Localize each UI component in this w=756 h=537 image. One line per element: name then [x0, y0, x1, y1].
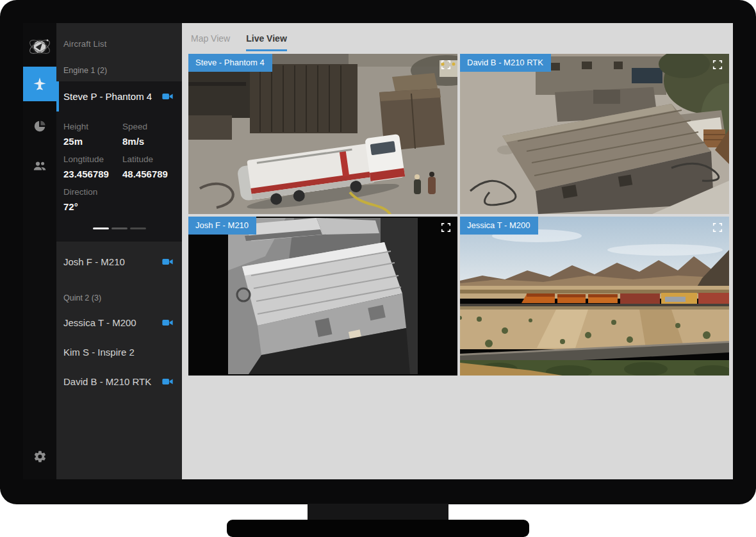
main-content: Map View Live View — [182, 23, 733, 479]
telemetry-label: Speed — [122, 122, 181, 131]
monitor-stand-base — [227, 520, 529, 537]
feed-image-desert-train — [460, 217, 729, 376]
fullscreen-icon[interactable] — [441, 222, 451, 233]
video-feed-david-m210rtk[interactable]: David B - M210 RTK — [460, 54, 729, 214]
nav-icon-rail — [23, 23, 56, 479]
app-window: Aircraft List Engine 1 (2) Steve P - Pha… — [23, 23, 733, 479]
group-label-quint2: Quint 2 (3) — [56, 293, 182, 302]
monitor-stand-neck — [308, 504, 448, 521]
video-feed-jessica-m200[interactable]: Jessica T - M200 — [460, 217, 729, 376]
video-feed-josh-m210[interactable]: Josh F - M210 — [188, 217, 457, 376]
aircraft-item-josh-f[interactable]: Josh F - M210 — [56, 247, 182, 276]
live-feed-grid: Steve - Phantom 4 — [188, 54, 733, 376]
view-tabs: Map View Live View — [182, 23, 733, 51]
telemetry-value: 23.456789 — [63, 169, 122, 179]
sidebar-nav-aircraft[interactable] — [23, 67, 56, 101]
aircraft-item-jessica-t[interactable]: Jessica T - M200 — [56, 308, 182, 337]
telemetry-details: Height Speed 25m 8m/s Longtitude Latitud… — [56, 112, 182, 212]
tab-live-view[interactable]: Live View — [246, 33, 287, 51]
telemetry-label-empty — [122, 187, 181, 197]
aircraft-name: Josh F - M210 — [63, 256, 125, 267]
telemetry-label: Direction — [63, 187, 122, 197]
feed-label: Jessica T - M200 — [460, 217, 538, 235]
selected-aircraft-panel: Steve P - Phantom 4 Height Speed 25m 8m/… — [56, 81, 182, 242]
aircraft-list-sidebar: Aircraft List Engine 1 (2) Steve P - Pha… — [56, 23, 182, 479]
app-logo[interactable] — [23, 27, 56, 67]
aircraft-name: Jessica T - M200 — [63, 317, 136, 328]
aircraft-item-steve-p[interactable]: Steve P - Phantom 4 — [56, 81, 182, 112]
feed-label: Josh F - M210 — [188, 217, 256, 235]
telemetry-value: 72° — [63, 201, 122, 212]
video-camera-icon[interactable] — [162, 318, 173, 327]
telemetry-value: 8m/s — [122, 136, 181, 147]
telemetry-value: 25m — [63, 136, 122, 147]
fullscreen-icon[interactable] — [441, 60, 451, 70]
fullscreen-icon[interactable] — [712, 222, 723, 233]
aircraft-name: David B - M210 RTK — [63, 376, 151, 387]
settings-button[interactable] — [23, 438, 56, 474]
sidebar-nav-team[interactable] — [23, 149, 56, 183]
carousel-page-3[interactable] — [130, 227, 146, 229]
gear-icon — [33, 450, 47, 463]
feed-image-container-rooftop — [460, 54, 729, 214]
sidebar-title: Aircraft List — [56, 23, 182, 49]
aircraft-name: Kim S - Inspire 2 — [63, 347, 135, 358]
selected-indicator-bar — [56, 81, 59, 112]
video-feed-steve-phantom4[interactable]: Steve - Phantom 4 — [188, 54, 457, 214]
telemetry-label: Latitude — [122, 154, 181, 164]
carousel-page-1[interactable] — [93, 227, 109, 229]
pie-chart-icon — [33, 119, 47, 133]
telemetry-carousel-dots — [56, 212, 182, 239]
monitor-mockup: Aircraft List Engine 1 (2) Steve P - Pha… — [0, 0, 756, 537]
aircraft-item-david-b[interactable]: David B - M210 RTK — [56, 367, 182, 396]
aircraft-name: Steve P - Phantom 4 — [63, 91, 152, 102]
feed-image-thermal-container — [188, 217, 457, 376]
fullscreen-icon[interactable] — [712, 60, 723, 70]
feed-label: Steve - Phantom 4 — [188, 54, 272, 72]
feed-label: David B - M210 RTK — [460, 54, 551, 72]
group-label-engine1: Engine 1 (2) — [56, 66, 182, 75]
plane-icon — [32, 76, 47, 92]
video-camera-icon[interactable] — [162, 377, 173, 386]
carousel-page-2[interactable] — [111, 227, 127, 229]
telemetry-value: 48.456789 — [122, 169, 181, 179]
tab-map-view[interactable]: Map View — [191, 33, 230, 51]
aircraft-item-kim-s[interactable]: Kim S - Inspire 2 — [56, 337, 182, 367]
sidebar-nav-analytics[interactable] — [23, 109, 56, 144]
telemetry-label: Longtitude — [63, 154, 122, 164]
feed-image-aerial-firetruck — [188, 54, 457, 214]
telemetry-label: Height — [63, 122, 122, 131]
drone-orbit-logo-icon — [28, 35, 52, 59]
video-camera-icon[interactable] — [162, 258, 173, 266]
people-icon — [32, 158, 47, 174]
video-camera-icon[interactable] — [162, 92, 173, 101]
